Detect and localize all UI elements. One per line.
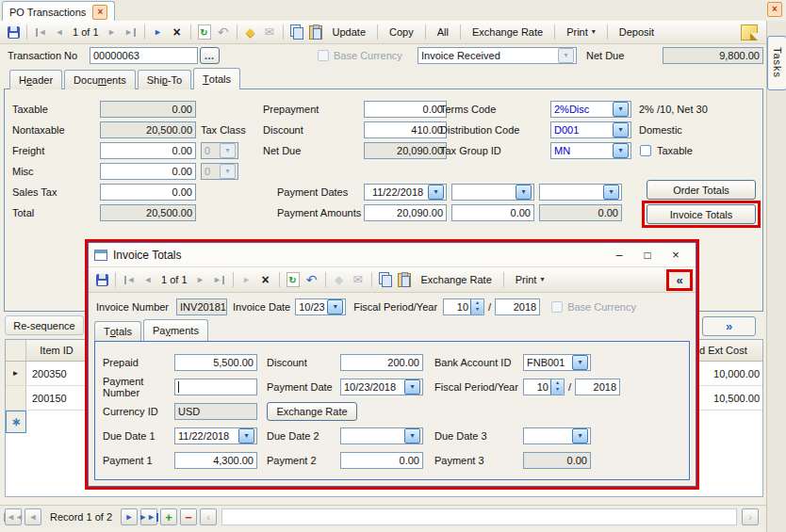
due-date-3-select[interactable]: ▾ — [523, 427, 591, 444]
hscroll-right-button[interactable]: › — [742, 508, 759, 525]
transaction-lookup-button[interactable]: … — [200, 47, 220, 64]
paste-button[interactable] — [395, 270, 414, 289]
item-id-column-header[interactable]: Item ID — [26, 340, 87, 361]
base-currency-checkbox[interactable] — [551, 301, 563, 313]
payment-date-select[interactable]: 10/23/2018▾ — [340, 379, 423, 395]
print-button[interactable]: Print▾ — [508, 270, 552, 289]
dialog-titlebar[interactable]: Invoice Totals – □ × — [89, 243, 696, 267]
expand-columns-button[interactable]: » — [702, 316, 756, 336]
update-button[interactable]: Update — [325, 23, 373, 41]
tab-ship-to[interactable]: Ship-To — [138, 70, 191, 89]
tax-group-select[interactable]: MN▾ — [550, 142, 631, 159]
item-id-cell[interactable]: 200150 — [26, 386, 87, 410]
freight-field[interactable]: 0.00 — [100, 142, 196, 159]
resequence-button[interactable]: Re-sequence — [5, 315, 84, 335]
exchange-rate-button[interactable]: Exchange Rate — [465, 23, 550, 41]
refresh-button[interactable]: ↻ — [284, 270, 303, 289]
payment-date-3-select[interactable]: ▾ — [539, 184, 622, 201]
save-button[interactable] — [4, 23, 23, 41]
nav-prev-button[interactable]: ◄ — [50, 23, 69, 41]
email-button[interactable]: ✉ — [349, 270, 368, 289]
maximize-button[interactable]: □ — [633, 246, 662, 264]
new-row-selector-cell[interactable]: ∗ — [6, 411, 26, 433]
hscrollbar-track[interactable] — [221, 508, 737, 525]
fiscal-year-field[interactable]: 2018 — [495, 298, 540, 315]
nav-last-button[interactable]: ► — [210, 270, 229, 289]
tab-totals[interactable]: Totals — [193, 68, 240, 89]
tab-po-transactions[interactable]: PO Transactions × — [2, 1, 115, 22]
ext-cost-column-header[interactable]: d Ext Cost — [696, 340, 762, 361]
paste-button[interactable] — [306, 23, 325, 41]
delete-button[interactable]: × — [168, 23, 187, 41]
base-currency-checkbox[interactable] — [318, 50, 329, 61]
copy-icon-button[interactable] — [287, 23, 306, 41]
nav-next-button[interactable]: ► — [103, 23, 122, 41]
dialog-fiscal-year-field[interactable]: 2018 — [575, 379, 620, 395]
print-button[interactable]: Print▾ — [559, 23, 603, 41]
attachments-button[interactable] — [740, 23, 759, 41]
dialog-fiscal-period-stepper[interactable]: 10▴▾ — [523, 379, 565, 395]
nav-first-button[interactable]: ◄ — [31, 23, 50, 41]
new-record-button[interactable]: ► — [149, 23, 168, 41]
order-totals-button[interactable]: Order Totals — [647, 180, 756, 200]
deposit-button[interactable]: Deposit — [612, 23, 662, 41]
spinner-icon[interactable]: ▴▾ — [470, 299, 483, 314]
prepaid-field[interactable]: 5,500.00 — [174, 354, 257, 371]
due-date-2-select[interactable]: ▾ — [340, 427, 423, 444]
misc-field[interactable]: 0.00 — [100, 163, 196, 180]
transaction-no-field[interactable]: 00000063 — [90, 47, 198, 64]
row-selector-cell[interactable] — [6, 386, 26, 410]
journal-button[interactable]: ◆ — [330, 270, 349, 289]
payment-2-field[interactable]: 0.00 — [340, 452, 423, 469]
sales-tax-field[interactable]: 0.00 — [100, 184, 196, 201]
payment-amount-2-field[interactable]: 0.00 — [451, 204, 534, 221]
exchange-rate-button[interactable]: Exchange Rate — [414, 270, 499, 289]
undo-button[interactable]: ↶ — [303, 270, 321, 289]
delete-button[interactable]: × — [256, 270, 275, 289]
spinner-icon[interactable]: ▴▾ — [550, 379, 564, 395]
refresh-button[interactable]: ↻ — [195, 23, 214, 41]
dialog-discount-field[interactable]: 200.00 — [340, 354, 423, 371]
ext-cost-cell[interactable]: 10,500.00 — [696, 386, 762, 410]
email-button[interactable]: ✉ — [260, 23, 279, 41]
payment-number-field[interactable] — [174, 379, 257, 395]
record-last-button[interactable]: ►► — [140, 508, 157, 525]
row-selector-cell[interactable]: ► — [6, 362, 26, 385]
prepayment-field[interactable]: 0.00 — [364, 101, 447, 118]
tab-dialog-payments[interactable]: Payments — [143, 319, 208, 341]
record-next-button[interactable]: ► — [121, 508, 138, 525]
tab-dialog-totals[interactable]: Totals — [94, 321, 141, 341]
record-prev-button[interactable]: ◄ — [25, 508, 41, 525]
invoice-date-select[interactable]: 10/23▾ — [295, 298, 346, 315]
close-tab-icon[interactable]: × — [92, 5, 107, 20]
terms-code-select[interactable]: 2%Disc▾ — [550, 101, 631, 118]
minimize-button[interactable]: – — [605, 246, 633, 264]
collapse-toolbar-button[interactable]: « — [666, 269, 693, 291]
close-tabgroup-icon[interactable]: × — [767, 2, 782, 17]
invoice-totals-button[interactable]: Invoice Totals — [647, 204, 756, 224]
payment-amount-1-field[interactable]: 20,090.00 — [364, 204, 447, 221]
item-id-cell[interactable]: 200350 — [26, 362, 87, 385]
all-button[interactable]: All — [430, 23, 456, 41]
status-select[interactable]: Invoice Received ▾ — [418, 47, 577, 64]
delete-record-button[interactable]: − — [180, 508, 197, 525]
nav-next-button[interactable]: ► — [191, 270, 210, 289]
add-record-button[interactable]: + — [160, 508, 177, 525]
fiscal-period-stepper[interactable]: 10▴▾ — [443, 298, 484, 315]
taxable-checkbox[interactable] — [640, 145, 651, 156]
due-date-1-select[interactable]: 11/22/2018▾ — [174, 427, 257, 444]
record-first-button[interactable]: ◄◄ — [5, 508, 22, 525]
ext-cost-cell[interactable]: 10,000.00 — [696, 362, 762, 385]
undo-button[interactable]: ↶ — [214, 23, 233, 41]
copy-icon-button[interactable] — [376, 270, 395, 289]
save-button[interactable] — [92, 270, 111, 289]
nav-prev-button[interactable]: ◄ — [139, 270, 157, 289]
nav-first-button[interactable]: ◄ — [120, 270, 139, 289]
distribution-code-select[interactable]: D001▾ — [550, 121, 631, 138]
tab-header[interactable]: Header — [9, 70, 62, 89]
close-button[interactable]: × — [662, 246, 690, 264]
journal-button[interactable]: ◆ — [241, 23, 260, 41]
hscroll-left-button[interactable]: ‹ — [200, 508, 217, 525]
tasks-tab[interactable]: Tasks — [767, 36, 786, 90]
nav-last-button[interactable]: ► — [122, 23, 140, 41]
